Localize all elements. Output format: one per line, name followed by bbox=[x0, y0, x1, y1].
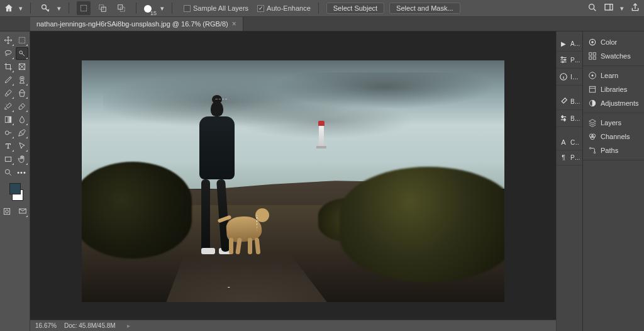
char-icon: A bbox=[559, 138, 568, 146]
svg-rect-7 bbox=[605, 4, 613, 10]
properties-panel-tab[interactable]: Pr... bbox=[557, 52, 582, 69]
panels-dock: Color Swatches Learn Libraries Adjustmen… bbox=[582, 31, 644, 331]
svg-point-27 bbox=[591, 41, 594, 43]
info-icon bbox=[559, 72, 568, 81]
home-dropdown-icon[interactable]: ▾ bbox=[19, 4, 23, 13]
quick-mask-icon[interactable] bbox=[1, 205, 13, 218]
svg-point-0 bbox=[42, 5, 47, 9]
select-subject-button[interactable]: Select Subject bbox=[326, 3, 384, 14]
zoom-tool-icon[interactable] bbox=[2, 166, 14, 179]
color-swatches[interactable] bbox=[1, 183, 28, 201]
eyedropper-tool-icon[interactable] bbox=[2, 74, 14, 86]
actions-panel-tab[interactable]: ▶ Ac... bbox=[557, 36, 582, 52]
color-wheel-icon bbox=[588, 38, 597, 47]
document-tab[interactable]: nathan-jennings-ngH6rSAi8bg-unsplash.jpg… bbox=[30, 17, 243, 31]
toolbox: ••• bbox=[0, 31, 30, 331]
channels-panel-tab[interactable]: Channels bbox=[583, 130, 644, 143]
home-icon[interactable] bbox=[4, 3, 14, 13]
history-brush-tool-icon[interactable] bbox=[2, 100, 14, 113]
select-and-mask-button[interactable]: Select and Mask... bbox=[389, 3, 460, 14]
svg-point-14 bbox=[5, 131, 9, 135]
sliders-icon bbox=[559, 55, 568, 64]
para-icon: ¶ bbox=[559, 154, 568, 161]
main-area: ••• bbox=[0, 31, 644, 331]
clone-stamp-tool-icon[interactable] bbox=[16, 87, 28, 99]
pen-tool-icon[interactable] bbox=[16, 126, 28, 139]
svg-point-22 bbox=[562, 61, 564, 62]
search-icon[interactable] bbox=[587, 3, 597, 14]
checkbox-icon bbox=[257, 5, 264, 12]
svg-rect-29 bbox=[593, 53, 596, 55]
paths-panel-tab[interactable]: Paths bbox=[583, 143, 644, 157]
brush-settings-panel-tab[interactable]: Br... bbox=[557, 110, 582, 127]
lasso-tool-icon[interactable] bbox=[2, 47, 14, 60]
move-tool-icon[interactable] bbox=[2, 34, 14, 47]
svg-rect-1 bbox=[80, 5, 86, 11]
svg-rect-13 bbox=[5, 116, 11, 122]
checkbox-icon bbox=[184, 5, 191, 12]
brushes-panel-tab[interactable]: Br... bbox=[557, 93, 582, 110]
doc-size[interactable]: Doc: 45.8M/45.8M bbox=[64, 322, 116, 329]
svg-point-21 bbox=[564, 59, 565, 60]
svg-point-16 bbox=[5, 169, 9, 174]
paragraph-panel-tab[interactable]: ¶ Pa... bbox=[557, 150, 582, 166]
chevron-right-icon[interactable]: ▸ bbox=[127, 322, 130, 329]
options-bar: ▾ ▾ 15 ▾ Sample All Layers Auto-Enhance … bbox=[0, 0, 644, 17]
svg-point-20 bbox=[562, 57, 563, 58]
eraser-tool-icon[interactable] bbox=[16, 100, 28, 113]
quick-selection-tool-icon[interactable] bbox=[16, 47, 28, 60]
rectangle-tool-icon[interactable] bbox=[2, 153, 14, 166]
info-panel-tab[interactable]: Info bbox=[557, 69, 582, 86]
learn-icon bbox=[588, 71, 597, 80]
auto-enhance-checkbox[interactable]: Auto-Enhance bbox=[257, 4, 311, 12]
svg-point-18 bbox=[6, 210, 9, 213]
workspace-icon[interactable] bbox=[604, 3, 614, 14]
brush-tool-icon[interactable] bbox=[2, 87, 14, 99]
path-selection-tool-icon[interactable] bbox=[16, 140, 28, 152]
separator bbox=[318, 3, 319, 14]
separator bbox=[69, 3, 69, 14]
add-to-selection-icon[interactable] bbox=[96, 1, 109, 15]
dog-shape bbox=[221, 201, 270, 254]
tool-preset-dropdown-icon[interactable]: ▾ bbox=[57, 4, 61, 13]
healing-brush-tool-icon[interactable] bbox=[16, 74, 28, 86]
subtract-from-selection-icon[interactable] bbox=[114, 1, 128, 15]
foreground-color-swatch[interactable] bbox=[9, 183, 21, 194]
edit-toolbar-icon[interactable]: ••• bbox=[16, 166, 28, 179]
frame-tool-icon[interactable] bbox=[16, 60, 28, 73]
share-icon[interactable] bbox=[630, 3, 640, 14]
learn-panel-tab[interactable]: Learn bbox=[583, 69, 644, 82]
marquee-tool-icon[interactable] bbox=[16, 34, 28, 47]
character-panel-tab[interactable]: A Ch... bbox=[557, 135, 582, 150]
channels-icon bbox=[588, 132, 597, 141]
dodge-tool-icon[interactable] bbox=[2, 126, 14, 139]
status-bar: 16.67% Doc: 45.8M/45.8M ▸ bbox=[30, 320, 556, 331]
new-selection-icon[interactable] bbox=[77, 1, 91, 15]
swatches-panel-tab[interactable]: Swatches bbox=[583, 49, 644, 63]
svg-point-9 bbox=[5, 50, 11, 54]
svg-point-33 bbox=[592, 75, 593, 76]
libraries-panel-tab[interactable]: Libraries bbox=[583, 82, 644, 96]
zoom-percentage[interactable]: 16.67% bbox=[35, 322, 57, 329]
brush-size-label: 15 bbox=[150, 10, 157, 16]
brush-icon bbox=[559, 97, 568, 106]
svg-point-39 bbox=[589, 147, 591, 149]
quick-select-tool-icon[interactable] bbox=[38, 1, 52, 15]
workspace-dropdown-icon[interactable]: ▾ bbox=[620, 4, 624, 13]
close-icon[interactable]: × bbox=[232, 20, 236, 28]
screen-mode-icon[interactable] bbox=[17, 205, 29, 218]
sample-all-layers-checkbox[interactable]: Sample All Layers bbox=[184, 4, 248, 12]
blur-tool-icon[interactable] bbox=[16, 113, 28, 126]
canvas[interactable] bbox=[30, 31, 556, 331]
hand-tool-icon[interactable] bbox=[16, 153, 28, 166]
swatches-icon bbox=[588, 52, 597, 60]
layers-panel-tab[interactable]: Layers bbox=[583, 116, 644, 130]
color-panel-tab[interactable]: Color bbox=[583, 35, 644, 49]
adjustments-panel-tab[interactable]: Adjustments bbox=[583, 96, 644, 110]
brush-dropdown-icon[interactable]: ▾ bbox=[160, 4, 164, 13]
crop-tool-icon[interactable] bbox=[2, 60, 14, 73]
separator bbox=[30, 3, 31, 14]
gradient-tool-icon[interactable] bbox=[2, 113, 14, 126]
photo-content bbox=[82, 60, 504, 302]
type-tool-icon[interactable] bbox=[2, 140, 14, 152]
